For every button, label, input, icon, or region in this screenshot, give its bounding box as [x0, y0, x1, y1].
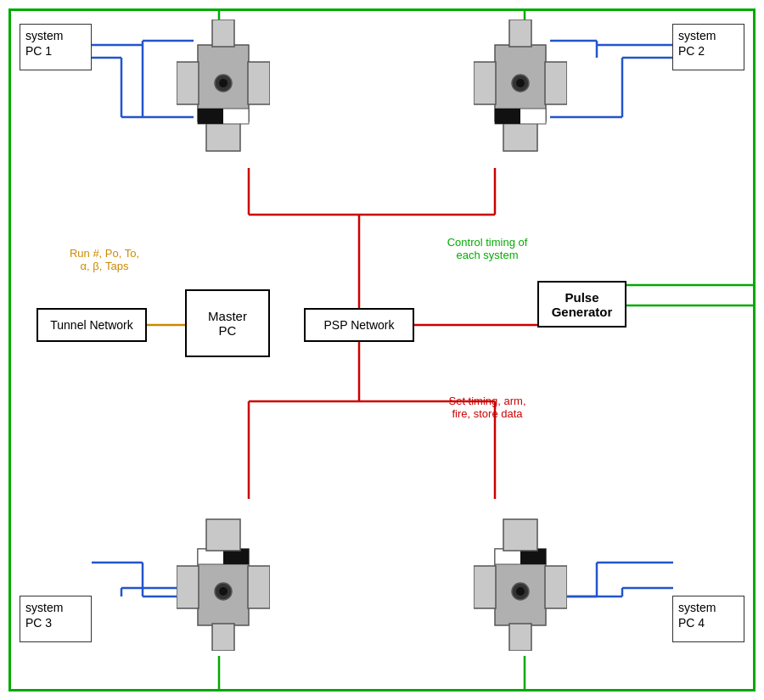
svg-point-69 — [219, 587, 228, 596]
svg-rect-48 — [198, 109, 223, 124]
svg-rect-55 — [545, 62, 567, 104]
set-timing-label: Set timing, arm, fire, store data — [424, 395, 551, 420]
svg-rect-73 — [503, 519, 537, 551]
instrument-top-left — [177, 20, 270, 189]
psp-network-box: PSP Network — [304, 308, 414, 342]
master-pc-box: Master PC — [185, 289, 270, 357]
system-pc-1: system PC 1 — [20, 24, 92, 70]
svg-rect-58 — [495, 109, 520, 124]
instrument-bottom-right — [474, 481, 567, 651]
system-pc-2: system PC 2 — [672, 24, 744, 70]
svg-rect-53 — [509, 20, 531, 47]
system-pc-3: system PC 3 — [20, 596, 92, 642]
instrument-bottom-left — [177, 481, 270, 651]
svg-rect-44 — [177, 62, 199, 104]
svg-rect-64 — [206, 519, 240, 551]
system-pc-4: system PC 4 — [672, 596, 744, 642]
svg-rect-74 — [474, 566, 496, 608]
svg-rect-43 — [212, 20, 234, 47]
svg-rect-76 — [509, 624, 531, 651]
svg-rect-46 — [206, 121, 240, 151]
tunnel-network-box: Tunnel Network — [37, 308, 147, 342]
svg-rect-54 — [474, 62, 496, 104]
svg-point-60 — [516, 79, 525, 87]
main-diagram: system PC 1 system PC 2 system PC 3 syst… — [8, 8, 756, 692]
svg-rect-75 — [545, 566, 567, 608]
svg-rect-66 — [248, 566, 270, 608]
svg-rect-45 — [248, 62, 270, 104]
diagram-lines — [11, 11, 753, 689]
svg-rect-65 — [177, 566, 199, 608]
instrument-top-right — [474, 20, 567, 189]
svg-rect-56 — [503, 121, 537, 151]
pulse-generator-box: Pulse Generator — [537, 281, 626, 328]
run-params-label: Run #, Po, To, α, β, Taps — [49, 247, 160, 272]
control-timing-label: Control timing of each system — [424, 236, 551, 261]
svg-point-50 — [219, 79, 228, 87]
svg-point-78 — [516, 587, 525, 596]
svg-rect-67 — [212, 624, 234, 651]
